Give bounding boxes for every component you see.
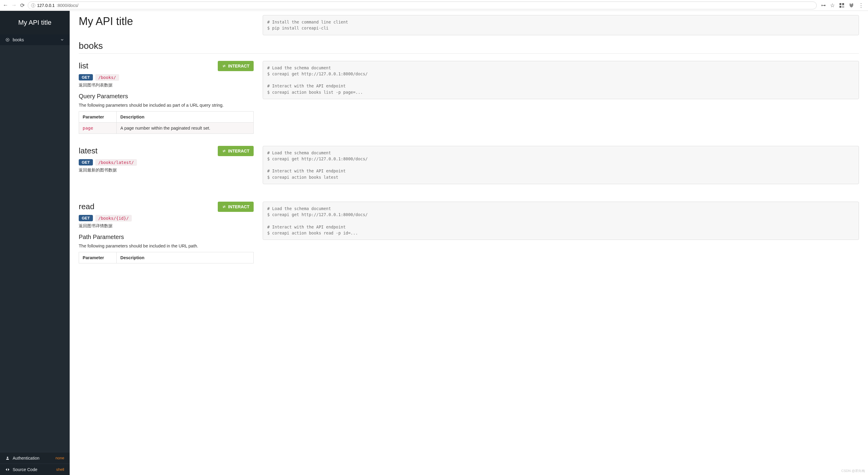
site-info-icon[interactable]: i — [31, 3, 35, 7]
param-name: page — [79, 122, 117, 134]
param-header: Parameter — [79, 111, 117, 122]
url-rest: :8000/docs/ — [56, 3, 78, 8]
main-content: My API title # Install the command line … — [70, 11, 868, 475]
path-badge: /books/ — [95, 74, 119, 81]
swap-icon — [222, 149, 226, 153]
endpoint-codebox: # Load the schema document $ coreapi get… — [263, 61, 859, 99]
endpoint-latest: latestINTERACTGET/books/latest/返回最新的图书数据… — [79, 146, 859, 190]
url-host: 127.0.0.1 — [37, 3, 55, 8]
browser-actions: ⊶ ☆ ⋮ — [819, 2, 866, 9]
key-icon[interactable]: ⊶ — [821, 2, 826, 8]
param-header: Parameter — [79, 252, 117, 263]
browser-toolbar: ← → ⟳ i 127.0.0.1:8000/docs/ ⊶ ☆ ⋮ — [0, 0, 868, 11]
sidebar-spacer — [0, 45, 70, 452]
page-title: My API title — [79, 15, 254, 28]
interact-button[interactable]: INTERACT — [218, 202, 254, 212]
method-badge: GET — [79, 159, 93, 166]
interact-label: INTERACT — [228, 64, 249, 68]
endpoint-codebox: # Load the schema document $ coreapi get… — [263, 202, 859, 240]
method-badge: GET — [79, 215, 93, 221]
endpoint-desc: 返回图书列表数据 — [79, 82, 254, 88]
source-label: Source Code — [13, 467, 37, 472]
svg-point-9 — [7, 456, 8, 458]
interact-label: INTERACT — [228, 204, 249, 209]
endpoint-desc: 返回最新的图书数据 — [79, 168, 254, 173]
desc-header: Description — [117, 111, 254, 122]
auth-value: none — [56, 456, 64, 460]
endpoint-name: read — [79, 202, 94, 211]
swap-icon — [222, 64, 226, 68]
endpoint-name: latest — [79, 146, 97, 156]
sidebar-title[interactable]: My API title — [0, 11, 70, 34]
back-button[interactable]: ← — [2, 2, 8, 8]
params-title: Path Parameters — [79, 234, 254, 240]
reload-button[interactable]: ⟳ — [19, 2, 25, 9]
param-desc: A page number within the paginated resul… — [117, 122, 254, 134]
menu-icon[interactable]: ⋮ — [858, 2, 864, 9]
sidebar-item-label: books — [13, 37, 24, 42]
sidebar-source-row[interactable]: Source Code shell — [0, 464, 70, 475]
svg-rect-4 — [843, 6, 844, 6]
params-note: The following parameters should be inclu… — [79, 103, 254, 108]
endpoint-name: list — [79, 61, 88, 71]
target-icon — [5, 38, 10, 42]
svg-rect-2 — [840, 6, 841, 7]
path-badge: /books/latest/ — [95, 159, 137, 166]
params-table: ParameterDescriptionpageA page number wi… — [79, 111, 254, 134]
desc-header: Description — [117, 252, 254, 263]
sidebar-item-books[interactable]: books — [0, 34, 70, 45]
star-icon[interactable]: ☆ — [830, 2, 835, 9]
interact-label: INTERACT — [228, 148, 249, 154]
interact-button[interactable]: INTERACT — [218, 146, 254, 156]
svg-rect-3 — [842, 6, 843, 6]
source-value: shell — [56, 467, 64, 472]
params-title: Query Parameters — [79, 93, 254, 100]
sidebar: My API title books Authentication none S… — [0, 11, 70, 475]
svg-rect-0 — [840, 3, 841, 5]
user-icon — [5, 456, 10, 460]
qr-icon[interactable] — [839, 3, 844, 8]
interact-button[interactable]: INTERACT — [218, 61, 254, 71]
svg-rect-5 — [842, 7, 843, 7]
table-row: pageA page number within the paginated r… — [79, 122, 254, 134]
swap-icon — [222, 205, 226, 209]
path-badge: /books/{id}/ — [95, 215, 132, 222]
svg-rect-1 — [842, 3, 844, 5]
code-icon — [5, 468, 10, 472]
params-table: ParameterDescription — [79, 252, 254, 263]
endpoint-desc: 返回图书详情数据 — [79, 223, 254, 229]
endpoint-list: listINTERACTGET/books/返回图书列表数据Query Para… — [79, 61, 859, 134]
section-title: books — [79, 41, 859, 54]
forward-button[interactable]: → — [11, 2, 17, 8]
method-badge: GET — [79, 74, 93, 80]
address-bar[interactable]: i 127.0.0.1:8000/docs/ — [28, 1, 817, 9]
params-note: The following parameters should be inclu… — [79, 243, 254, 248]
evernote-icon[interactable] — [849, 3, 854, 8]
endpoint-read: readINTERACTGET/books/{id}/返回图书详情数据Path … — [79, 202, 859, 263]
sidebar-auth-row[interactable]: Authentication none — [0, 452, 70, 464]
endpoint-codebox: # Load the schema document $ coreapi get… — [263, 146, 859, 184]
install-codebox: # Install the command line client $ pip … — [263, 15, 859, 35]
svg-point-8 — [7, 39, 8, 40]
svg-rect-6 — [843, 7, 844, 7]
auth-label: Authentication — [13, 456, 39, 461]
chevron-down-icon — [60, 38, 64, 42]
